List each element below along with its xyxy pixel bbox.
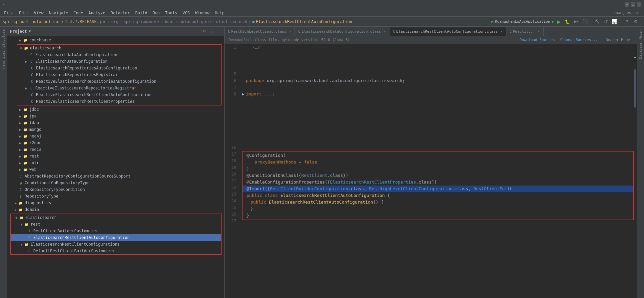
code-content[interactable]: /…/ package org.springframework.boot.aut… (239, 44, 637, 298)
debug-button[interactable]: 🐛 (564, 18, 571, 25)
run-button[interactable]: ▶ (555, 18, 563, 25)
tree-item-elasticsearch-folder[interactable]: ▼ 📁 elasticsearch (17, 45, 221, 51)
tree-item-elasticsearch2-folder[interactable]: ▼ 📁 elasticsearch (11, 214, 221, 221)
settings-button[interactable]: ⚙ (632, 18, 639, 25)
default-rest-customizer-label: DefaultRestClientBuilderCustomizer (33, 249, 115, 253)
diagnostics-expand-icon: ▶ (13, 201, 18, 205)
tree-item-ElasticsearchRestClientConfigurations[interactable]: ▼ 📁 ElasticsearchRestClientConfiguration… (11, 241, 221, 248)
menu-analyze[interactable]: Analyze (86, 9, 108, 17)
tab-close-4[interactable]: × (538, 29, 540, 34)
favorites-btn[interactable]: Favorites (1, 49, 6, 70)
close-button[interactable]: ✕ (637, 2, 641, 7)
breadcrumb-elasticsearch[interactable]: elasticsearch (216, 19, 247, 24)
menu-file[interactable]: File (1, 9, 16, 17)
tree-item-couchbase[interactable]: ▶ 📁 couchbase (7, 37, 224, 43)
project-tree[interactable]: ▶ 📁 couchbase ▼ 📁 elasticsearch C Elasti… (7, 36, 224, 298)
menu-window[interactable]: Window (192, 9, 212, 17)
minimize-button[interactable]: ─ (625, 2, 629, 7)
tree-item-domain[interactable]: ▶ 📁 domain (7, 206, 224, 213)
sync-button[interactable]: ↺ (602, 18, 610, 25)
tab-RestHighLevelClient[interactable]: C RestHighLevelClient.class × (225, 27, 295, 36)
menu-code[interactable]: Code (71, 9, 86, 17)
tree-item-ConditionalOnRepositoryType[interactable]: @ ConditionalOnRepositoryType (7, 180, 224, 186)
tree-item-AbstractRepositoryConfigurationSourceSupport[interactable]: C AbstractRepositoryConfigurationSourceS… (7, 173, 224, 180)
stop-button[interactable]: ⬛ (581, 18, 589, 25)
menu-tools[interactable]: Tools (163, 9, 180, 17)
breadcrumb-springframework[interactable]: springframework (124, 19, 160, 24)
project-gear-icon[interactable]: ⚙ (202, 29, 207, 34)
scroll-indicator[interactable] (634, 44, 637, 298)
menu-view[interactable]: View (31, 9, 46, 17)
tree-item-web[interactable]: ▶ 📁 web (7, 166, 224, 173)
menu-vcs[interactable]: VCS (180, 9, 193, 17)
ldap-folder-icon: 📁 (23, 120, 28, 125)
help-button[interactable]: ? (623, 18, 631, 25)
reactive-registrar-expand: ▶ (24, 86, 29, 90)
tab-close-1[interactable]: × (289, 29, 292, 34)
choose-sources-link[interactable]: Choose Sources... (560, 38, 598, 42)
tree-item-ReactiveElasticsearchRestClientProperties[interactable]: C ReactiveElasticsearchRestClientPropert… (17, 98, 221, 105)
database-panel-btn[interactable]: Database (638, 41, 643, 60)
menu-edit[interactable]: Edit (16, 9, 31, 17)
tree-item-ElasticsearchRepositoriesRegistrar[interactable]: C ElasticsearchRepositoriesRegistrar (17, 71, 221, 78)
tree-item-ElasticsearchRestClientAutoConfiguration-selected[interactable]: C ElasticsearchRestClientAutoConfigurati… (11, 234, 221, 241)
build-button[interactable]: 🔨 (594, 18, 601, 25)
tree-item-jpa[interactable]: ▶ 📁 jpa (7, 113, 224, 119)
tree-item-mongo[interactable]: ▶ 📁 mongo (7, 126, 224, 133)
coverage-button[interactable]: ▶▸ (573, 18, 580, 25)
run-dropdown-icon[interactable]: ▼ (551, 19, 554, 24)
tree-item-ReactiveElasticsearchRepositoriesRegistrar[interactable]: ▶ C ReactiveElasticsearchRepositoriesReg… (17, 85, 221, 91)
code-line-24: public ElasticsearchRestClientAutoConfig… (243, 199, 633, 206)
jdbc-expand-icon: ▶ (18, 108, 23, 111)
breadcrumb-jar[interactable]: spring-boot-autoconfigure-2.3.7.RELEASE.… (3, 19, 106, 24)
tree-item-OnRepositoryTypeCondition[interactable]: C OnRepositoryTypeCondition (7, 186, 224, 193)
tree-item-ReactiveElasticsearchRepositoriesAutoConfiguration[interactable]: C ReactiveElasticsearchRepositoriesAutoC… (17, 78, 221, 85)
breadcrumb-class-name[interactable]: ElasticsearchRestClientAutoConfiguration (256, 19, 352, 24)
structure-panel-btn[interactable]: Structure (1, 28, 6, 49)
tree-item-rest[interactable]: ▶ 📁 rest (7, 153, 224, 160)
profile-button[interactable]: 📊 (611, 18, 618, 25)
r2dbc-label: r2dbc (29, 140, 41, 145)
rest2-expand-icon: ▼ (19, 223, 24, 226)
tree-item-redis[interactable]: ▶ 📁 redis (7, 146, 224, 153)
project-dropdown-icon[interactable]: ▼ (29, 29, 31, 33)
breadcrumb-boot[interactable]: boot (165, 19, 174, 24)
tree-item-RestClientBuilderCustomizer[interactable]: I RestClientBuilderCustomizer (11, 228, 221, 234)
tab-ElasticsearchDataConfiguration[interactable]: C ElasticsearchDataConfiguration.class × (295, 27, 389, 36)
tree-item-ldap[interactable]: ▶ 📁 ldap (7, 119, 224, 126)
tab-close-3[interactable]: × (500, 29, 503, 34)
tree-item-solr[interactable]: ▶ 📁 solr (7, 160, 224, 166)
breadcrumb-org[interactable]: org (111, 19, 119, 24)
tree-item-RepositoryType[interactable]: I RepositoryType (7, 193, 224, 200)
breadcrumb-autoconfigure[interactable]: autoconfigure (180, 19, 211, 24)
tree-item-DefaultRestClientBuilderCustomizer[interactable]: C DefaultRestClientBuilderCustomizer (11, 248, 221, 254)
tree-item-diagnostics[interactable]: ▶ 📁 diagnostics (7, 200, 224, 206)
menu-refactor[interactable]: Refactor (108, 9, 133, 17)
tab-close-2[interactable]: × (384, 29, 386, 34)
menu-build[interactable]: Build (133, 9, 150, 17)
tree-item-ElasticsearchRepositoriesAutoConfiguration[interactable]: C ElasticsearchRepositoriesAutoConfigura… (17, 65, 221, 71)
maximize-button[interactable]: □ (631, 2, 635, 7)
mongo-folder-icon: 📁 (23, 127, 28, 132)
tree-item-jdbc[interactable]: ▶ 📁 jdbc (7, 106, 224, 113)
title-bar-right[interactable]: ─ □ ✕ (625, 2, 641, 7)
diagnostics-label: diagnostics (25, 201, 51, 205)
tree-item-neo4j[interactable]: ▶ 📁 neo4j (7, 133, 224, 139)
menu-help[interactable]: Help (212, 9, 227, 17)
right-sidebar: Maven Database (637, 27, 644, 298)
tab-ElasticsearchRestClientAutoConfiguration[interactable]: C ElasticsearchRestClientAutoConfigurati… (389, 27, 506, 36)
tree-item-ElasticsearchDataAutoConfiguration[interactable]: C ElasticsearchDataAutoConfiguration (17, 51, 221, 58)
project-layout-icon[interactable]: ☰ (209, 29, 214, 34)
tree-item-ReactiveElasticsearchRestClientAutoConfiguration[interactable]: C ReactiveElasticsearchRestClientAutoCon… (17, 91, 221, 98)
on-repo-condition-icon: C (18, 187, 23, 192)
download-sources-link[interactable]: Download Sources (520, 38, 555, 42)
tree-item-ElasticsearchDataConfiguration[interactable]: ▶ C ElasticsearchDataConfiguration (17, 58, 221, 65)
menu-run[interactable]: Run (150, 9, 163, 17)
tree-item-r2dbc[interactable]: ▶ 📁 r2dbc (7, 139, 224, 146)
tab-Reactive[interactable]: C Reactiv... × (506, 27, 544, 36)
menu-navigate[interactable]: Navigate (46, 9, 71, 17)
tree-item-rest2-folder[interactable]: ▼ 📁 rest (11, 221, 221, 228)
project-collapse-icon[interactable]: — (216, 29, 222, 34)
r2dbc-folder-icon: 📁 (23, 140, 28, 145)
maven-panel-btn[interactable]: Maven (638, 28, 643, 41)
